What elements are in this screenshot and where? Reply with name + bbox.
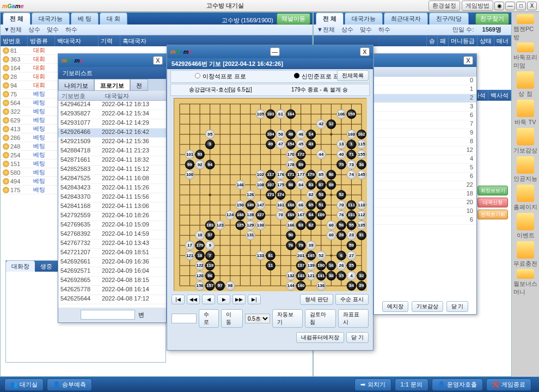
kibo-row[interactable]: 5428716612022-04-11 18:32 <box>58 156 166 166</box>
chat-tab-live[interactable]: 생중 <box>35 261 58 272</box>
find-friend-button[interactable]: 친구찾기 <box>475 13 509 24</box>
waitroom-button[interactable]: 👥 대기실 <box>4 378 44 391</box>
chat-tab-main[interactable]: 대화창 <box>6 261 35 272</box>
match-request-button[interactable]: 대국신청 <box>477 198 508 207</box>
go-board[interactable] <box>174 98 366 291</box>
save-local-button[interactable]: 내컴퓨터에저장 <box>296 332 344 343</box>
coord-button[interactable]: 좌표표시 <box>338 309 369 328</box>
filter-matsu[interactable]: 맞수 <box>47 26 59 34</box>
nav-fastback-icon[interactable]: ◀◀ <box>187 295 200 304</box>
rail-item-9[interactable]: 월보너스머니 <box>513 269 537 296</box>
pop3-row[interactable]: 12 <box>374 146 476 155</box>
kibo-row[interactable]: 5428525832022-04-11 15:12 <box>58 166 166 175</box>
pop3-close-button[interactable]: 닫 기 <box>446 301 469 312</box>
review-end-button[interactable]: 검토마침 <box>305 309 335 328</box>
kibo-row[interactable]: 5429310772022-04-12 14:29 <box>58 119 166 128</box>
order-button[interactable]: 수순 표시 <box>335 294 369 305</box>
rail-item-0[interactable]: 웹젠PC방 <box>513 14 537 41</box>
close-icon[interactable]: X <box>527 2 537 10</box>
kibo-tab-pro[interactable]: 프로기보 <box>94 79 130 91</box>
kibo-close-icon[interactable]: X <box>153 56 163 65</box>
kibo-row[interactable]: 5428434232022-04-11 15:26 <box>58 184 166 193</box>
kibo-row[interactable]: 5426928652022-04-08 18:15 <box>58 277 166 286</box>
howto-button[interactable]: 게임방법 <box>462 1 493 11</box>
minimize-icon[interactable]: — <box>505 2 515 10</box>
pop3-row[interactable]: 8 <box>374 138 476 146</box>
replay-close-icon[interactable]: X <box>360 47 370 56</box>
tab-tournament[interactable]: 대 회 <box>100 13 127 24</box>
kibo-row[interactable]: 5429358272022-04-12 15:34 <box>58 110 166 119</box>
replay-close-button[interactable]: 닫 기 <box>346 332 369 343</box>
screenshot-icon[interactable]: ◉ <box>494 2 504 10</box>
pop3-row[interactable]: 5 <box>374 164 476 173</box>
rail-item-8[interactable]: 무료충전 <box>513 241 537 268</box>
operator-button[interactable]: 👤 운영자호출 <box>432 378 483 391</box>
rail-item-3[interactable]: 바둑 TV <box>513 99 537 126</box>
pop3-view-button[interactable]: 기보감상 <box>412 301 443 312</box>
shape-button[interactable]: 형세 판단 <box>300 294 333 305</box>
filter-hasu[interactable]: 하수 <box>65 26 77 34</box>
reset-record-button[interactable]: 전적초기화 <box>477 210 508 219</box>
kibo-row[interactable]: 5426256442022-04-08 17:12 <box>58 295 166 304</box>
pop3-row[interactable]: 3 <box>374 103 476 112</box>
kibo-row[interactable]: 5426257782022-04-08 16:14 <box>58 286 166 295</box>
tab-playable[interactable]: 대국가능 <box>32 13 70 24</box>
kibo-tab-prev[interactable]: 전 <box>130 79 148 91</box>
tab-all[interactable]: 전 체 <box>3 13 30 24</box>
pop3-row[interactable]: 22 <box>374 181 476 190</box>
kibo-row[interactable]: 5428433702022-04-11 15:56 <box>58 193 166 203</box>
full-list-button[interactable]: 전체목록 <box>337 70 369 81</box>
shout-button[interactable]: ➡ 외치기 <box>354 378 391 391</box>
pop3-row[interactable]: 2 <box>374 94 476 103</box>
rail-item-2[interactable]: 상 점 <box>513 71 537 98</box>
nav-back-icon[interactable]: ◀ <box>202 295 215 304</box>
endgame-button[interactable]: ❌ 게임종료 <box>486 378 531 391</box>
kibo-row[interactable]: 5427683922022-04-10 14:59 <box>58 230 166 240</box>
pop3-row[interactable]: 4 <box>374 155 476 164</box>
pop3-row[interactable]: 6 <box>374 216 476 225</box>
env-settings-button[interactable]: 환경설정 <box>428 1 460 11</box>
pop3-close-icon[interactable]: X <box>463 56 473 65</box>
kibo-row[interactable]: 5428411682022-04-11 13:06 <box>58 203 166 212</box>
kibo-row[interactable]: 5426926612022-04-09 16:36 <box>58 258 166 267</box>
channel-move-button[interactable]: 채널이동 <box>277 13 310 24</box>
pop3-row[interactable]: 1 <box>374 85 476 94</box>
rail-item-1[interactable]: 바둑프리미엄 <box>513 42 537 70</box>
pop3-row[interactable]: 7 <box>374 120 476 129</box>
replay-min-icon[interactable]: — <box>270 47 280 56</box>
pop3-row[interactable]: 10 <box>374 207 476 216</box>
rail-item-4[interactable]: 기보감상 <box>513 127 537 155</box>
kibo-row[interactable]: 5427925592022-04-10 18:26 <box>58 212 166 221</box>
inquiry-button[interactable]: 1:1 문의 <box>395 378 428 391</box>
pop3-row[interactable]: 9 <box>374 129 476 138</box>
kibo-row[interactable]: 5429264662022-04-12 16:42 <box>58 128 166 138</box>
rtab-friend[interactable]: 친구/악당 <box>429 13 469 24</box>
kibo-row[interactable]: 5427212072022-04-09 18:51 <box>58 249 166 258</box>
nav-fastfwd-icon[interactable]: ▶▶ <box>232 295 246 304</box>
nav-last-icon[interactable]: ▶| <box>248 295 261 304</box>
suro-button[interactable]: 수로 <box>199 309 219 328</box>
pop3-row[interactable]: 6 <box>374 173 476 181</box>
pop3-row[interactable]: 20 <box>374 199 476 207</box>
rail-item-7[interactable]: 이벤트 <box>513 212 537 240</box>
move-button[interactable]: 이 동 <box>221 309 243 328</box>
pop3-row[interactable]: 0 <box>374 77 476 85</box>
predict-button[interactable]: 👤 승부예측 <box>47 378 92 391</box>
kibo-row[interactable]: 5429215092022-04-12 15:36 <box>58 138 166 147</box>
nav-first-icon[interactable]: |◀ <box>171 295 185 304</box>
pop3-row[interactable]: 6 <box>374 112 476 120</box>
pop3-save-button[interactable]: 예치장 <box>382 301 408 312</box>
nav-fwd-icon[interactable]: ▶ <box>217 295 230 304</box>
speed-select[interactable]: 0.5초 <box>245 314 270 323</box>
kibo-search-input[interactable] <box>81 310 135 320</box>
rtab-all[interactable]: 전 체 <box>316 13 344 24</box>
kibo-row[interactable]: 5428475252022-04-11 16:08 <box>58 175 166 184</box>
filter-all[interactable]: ▼전체 <box>4 26 22 34</box>
move-num-input[interactable] <box>171 314 197 323</box>
info-view-button[interactable]: 회정보보기 <box>477 186 508 195</box>
rail-item-6[interactable]: 홈페이지 <box>513 184 537 211</box>
filter-sangsu[interactable]: 상수 <box>28 26 40 34</box>
rail-item-5[interactable]: 인공지능 <box>513 156 537 183</box>
kibo-tab-my[interactable]: 나의기보 <box>58 79 94 91</box>
maximize-icon[interactable]: □ <box>516 2 526 10</box>
